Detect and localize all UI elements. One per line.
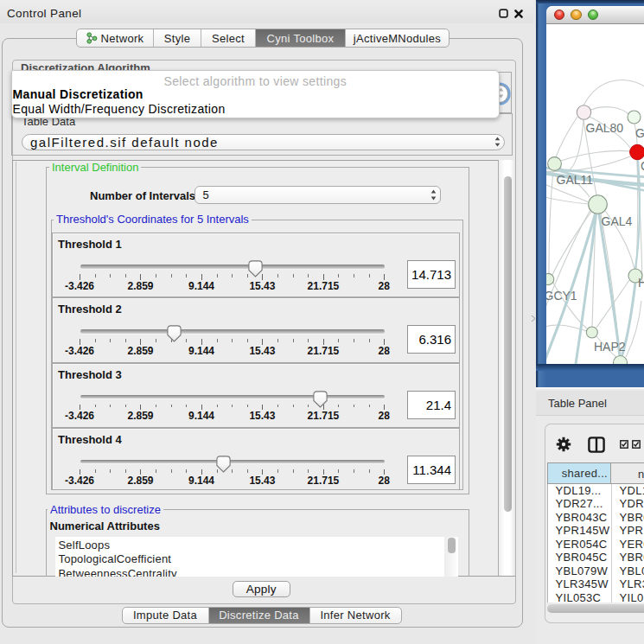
svg-text:GAL4: GAL4 — [601, 214, 632, 228]
svg-text:GAL11: GAL11 — [556, 172, 593, 186]
svg-text:GAL80: GAL80 — [585, 121, 623, 135]
svg-text:GCY1: GCY1 — [546, 289, 577, 303]
svg-text:G.: G. — [635, 125, 644, 139]
svg-text:HAP2: HAP2 — [594, 340, 626, 354]
svg-text:H: H — [638, 275, 644, 289]
svg-text:C: C — [641, 158, 644, 172]
